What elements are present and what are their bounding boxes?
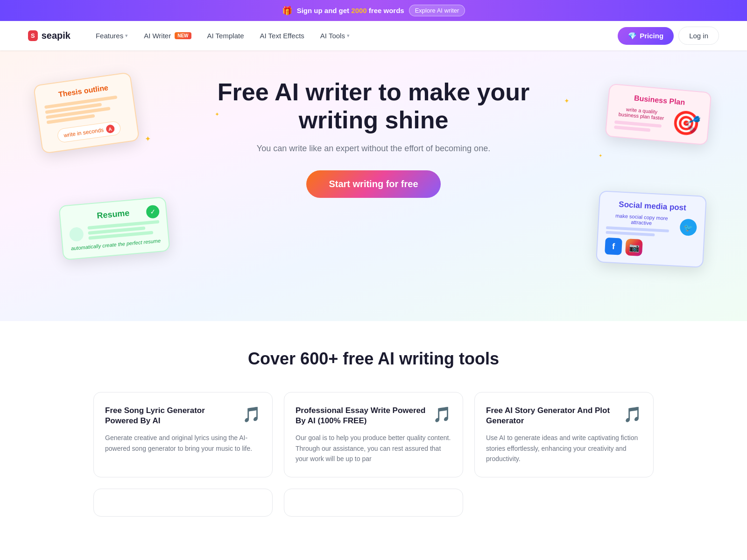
tool-card-title-2: Free AI Story Generator And Plot Generat… <box>486 406 623 426</box>
tool-icon-2: 🎵 <box>623 406 642 423</box>
twitter-icon: 🐦 <box>679 218 697 236</box>
logo-icon: S <box>28 30 38 41</box>
logo-text: seapik <box>42 30 70 41</box>
partial-card-0 <box>93 489 273 517</box>
tools-section: Cover 600+ free AI writing tools Free So… <box>0 321 747 535</box>
nav-features-label: Features <box>96 32 123 40</box>
word-count-highlight: 2000 <box>351 7 366 14</box>
gem-icon: 💎 <box>628 32 637 40</box>
tool-card-2[interactable]: Free AI Story Generator And Plot Generat… <box>474 392 654 477</box>
business-line-2 <box>614 126 651 132</box>
social-card-title: Social media post <box>607 199 698 213</box>
cta-start-writing-button[interactable]: Start writing for free <box>306 170 440 198</box>
social-icons: f 📷 <box>605 238 696 259</box>
social-card-desc: make social copy more attractive <box>606 212 677 227</box>
thesis-card: Thesis outline write in seconds A <box>33 72 140 154</box>
tool-card-desc-1: Our goal is to help you produce better q… <box>296 433 451 464</box>
tool-card-header-2: Free AI Story Generator And Plot Generat… <box>486 406 642 426</box>
login-button[interactable]: Log in <box>678 27 719 45</box>
tool-card-title-1: Professional Essay Write Powered By AI (… <box>296 406 433 426</box>
hero-section: ✦ ✦ ✦ ✦ Thesis outline write in seconds … <box>0 50 747 321</box>
tool-card-0[interactable]: Free Song Lyric Generator Powered By AI … <box>93 392 273 477</box>
navbar: S seapik Features ▾ AI Writer NEW AI Tem… <box>0 21 747 50</box>
new-badge: NEW <box>175 32 191 39</box>
nav-ai-tools[interactable]: AI Tools ▾ <box>314 28 356 43</box>
nav-features[interactable]: Features ▾ <box>89 28 134 43</box>
nav-ai-writer[interactable]: AI Writer NEW <box>137 28 197 43</box>
pricing-button[interactable]: 💎 Pricing <box>618 27 674 45</box>
nav-ai-tools-label: AI Tools <box>320 32 345 40</box>
business-card-title: Business Plan <box>616 92 703 108</box>
tools-title: Cover 600+ free AI writing tools <box>28 349 719 369</box>
logo-link[interactable]: S seapik <box>28 30 70 41</box>
resume-avatar <box>69 227 85 242</box>
nav-ai-writer-label: AI Writer <box>144 32 171 40</box>
gift-icon: 🎁 <box>282 6 292 16</box>
chevron-down-icon: ▾ <box>125 33 128 39</box>
hero-subtitle: You can write like an expert without the… <box>19 144 728 154</box>
nav-right: 💎 Pricing Log in <box>618 27 719 45</box>
nav-ai-text-effects[interactable]: AI Text Effects <box>253 28 310 43</box>
banner-text: Sign up and get 2000 free words <box>297 7 404 14</box>
thesis-dot-icon: A <box>106 124 115 133</box>
star-icon-1: ✦ <box>145 134 151 143</box>
tool-card-desc-0: Generate creative and original lyrics us… <box>105 433 261 454</box>
business-card: Business Plan write a quality business p… <box>605 84 712 146</box>
social-line-2 <box>606 231 655 236</box>
facebook-icon: f <box>605 238 622 255</box>
hero-title: Free AI writer to make your writing shin… <box>182 78 565 134</box>
instagram-icon: 📷 <box>625 238 643 256</box>
thesis-btn-text: write in seconds <box>63 126 104 139</box>
partial-card-spacer <box>474 489 654 517</box>
tool-card-header-1: Professional Essay Write Powered By AI (… <box>296 406 451 426</box>
thesis-write-btn: write in seconds A <box>57 120 121 143</box>
nav-ai-template[interactable]: AI Template <box>201 28 251 43</box>
tool-card-header-0: Free Song Lyric Generator Powered By AI … <box>105 406 261 426</box>
tools-cards-grid: Free Song Lyric Generator Powered By AI … <box>93 392 654 477</box>
resume-card-title: Resume <box>68 206 159 224</box>
nav-ai-text-effects-label: AI Text Effects <box>260 32 304 40</box>
chevron-down-icon-tools: ▾ <box>347 33 350 39</box>
pricing-label: Pricing <box>640 32 663 40</box>
top-banner: 🎁 Sign up and get 2000 free words Explor… <box>0 0 747 21</box>
nav-links: Features ▾ AI Writer NEW AI Template AI … <box>89 28 618 43</box>
tool-card-1[interactable]: Professional Essay Write Powered By AI (… <box>284 392 463 477</box>
partial-card-1 <box>284 489 463 517</box>
nav-ai-template-label: AI Template <box>207 32 244 40</box>
business-card-desc: write a quality business plan faster <box>615 105 668 121</box>
tools-partial-cards <box>93 489 654 517</box>
star-icon-4: ✦ <box>599 153 602 158</box>
target-icon: 🎯 <box>670 111 701 136</box>
tool-card-desc-2: Use AI to generate ideas and write capti… <box>486 433 642 464</box>
social-card: Social media post make social copy more … <box>596 190 707 268</box>
tool-icon-0: 🎵 <box>242 406 261 423</box>
resume-card: Resume ✓ automatically create the perfec… <box>58 196 170 260</box>
explore-ai-writer-button[interactable]: Explore AI writer <box>409 5 465 16</box>
tool-card-title-0: Free Song Lyric Generator Powered By AI <box>105 406 242 426</box>
tool-icon-1: 🎵 <box>433 406 451 423</box>
